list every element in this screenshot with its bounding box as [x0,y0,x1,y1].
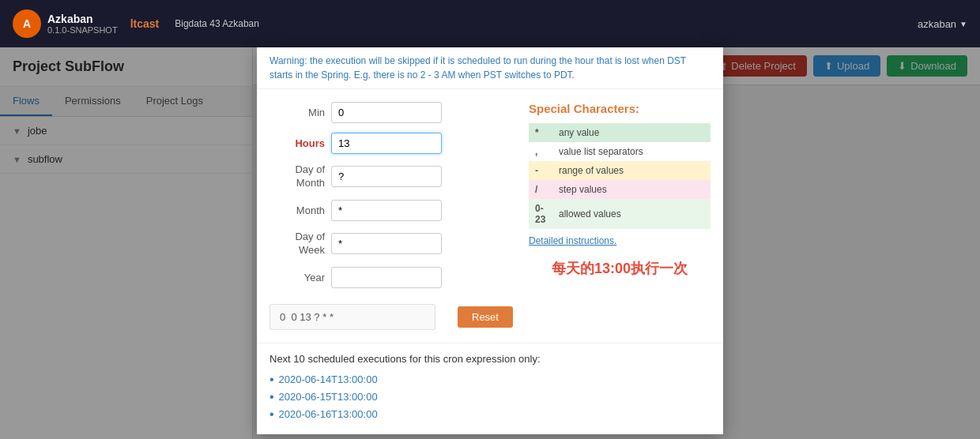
reset-button[interactable]: Reset [458,306,513,328]
char-row-slash: / step values [529,180,710,199]
app-version: 0.1.0-SNAPSHOT [47,25,118,35]
cron-dom-row: Day ofMonth [270,163,513,190]
bullet-icon: • [270,407,274,422]
right-modal-section: Special Characters: * any value , value … [529,102,710,330]
special-chars-title: Special Characters: [529,102,710,115]
char-table: * any value , value list separators - ra… [529,123,710,229]
nav-user[interactable]: azkaban ▼ [918,18,967,30]
logo-icon: A [13,9,41,38]
char-symbol-slash: / [529,180,552,199]
cron-year-label: Year [270,272,325,283]
modal-body: Min Hours Day ofMonth Mont [257,89,723,343]
chevron-down-icon: ▼ [959,20,967,28]
char-symbol-star: * [529,123,552,142]
cron-dow-row: Day ofWeek [270,231,513,257]
execution-item-3: • 2020-06-16T13:00:00 [270,407,710,422]
char-symbol-comma: , [529,142,552,161]
cron-dom-label: Day ofMonth [270,163,325,190]
executions-title: Next 10 scheduled executions for this cr… [270,353,710,365]
char-desc-range: allowed values [552,199,710,229]
cron-month-input[interactable] [331,200,442,221]
execution-date-3: 2020-06-16T13:00:00 [279,408,378,420]
execution-date-1: 2020-06-14T13:00:00 [279,373,378,385]
char-row-star: * any value [529,123,710,142]
cron-month-row: Month [270,200,513,221]
app-info: Azkaban 0.1.0-SNAPSHOT [47,13,118,35]
cron-hours-label: Hours [270,137,325,149]
char-symbol-range: 0-23 [529,199,552,229]
cron-month-label: Month [270,204,325,216]
executions-section: Next 10 scheduled executions for this cr… [257,343,723,434]
cron-min-input[interactable] [331,102,442,123]
char-desc-slash: step values [552,180,710,199]
execution-item-1: • 2020-06-14T13:00:00 [270,373,710,387]
bullet-icon: • [270,373,274,387]
cron-bottom-row: Reset [270,298,513,330]
cron-modal: Warning: the execution will be skipped i… [257,47,723,434]
cron-chinese-text: 每天的13:00执行一次 [529,259,710,278]
bullet-icon: • [270,390,274,404]
app-name: Azkaban [47,13,118,25]
char-symbol-dash: - [529,161,552,180]
cron-dow-label: Day ofWeek [270,231,325,257]
char-desc-dash: range of values [552,161,710,180]
cron-hours-row: Hours [270,133,513,154]
project-sub: Bigdata 43 Azkaban [175,18,259,29]
nav-username: azkaban [918,18,956,30]
cron-min-row: Min [270,102,513,123]
project-name: ltcast [130,17,160,30]
modal-warning: Warning: the execution will be skipped i… [257,47,723,89]
top-navigation: A Azkaban 0.1.0-SNAPSHOT ltcast Bigdata … [0,0,980,47]
char-desc-star: any value [552,123,710,142]
char-desc-comma: value list separators [552,142,710,161]
cron-year-row: Year [270,267,513,288]
char-row-range: 0-23 allowed values [529,199,710,229]
cron-form: Min Hours Day ofMonth Mont [270,102,513,330]
app-logo: A Azkaban 0.1.0-SNAPSHOT ltcast Bigdata … [13,9,259,38]
execution-item-2: • 2020-06-15T13:00:00 [270,390,710,404]
cron-hours-input[interactable] [331,133,442,154]
char-row-dash: - range of values [529,161,710,180]
cron-min-label: Min [270,107,325,118]
char-row-comma: , value list separators [529,142,710,161]
main-layout: Project SubFlow Flows Permissions Projec… [0,47,980,439]
cron-year-input[interactable] [331,267,442,288]
special-chars-panel: Special Characters: * any value , value … [529,102,710,246]
execution-date-2: 2020-06-15T13:00:00 [279,391,378,403]
cron-dom-input[interactable] [331,166,442,187]
cron-expression-input[interactable] [270,304,435,330]
cron-dow-input[interactable] [331,233,442,254]
detailed-instructions-link[interactable]: Detailed instructions. [529,235,710,246]
modal-overlay: Warning: the execution will be skipped i… [0,47,980,439]
